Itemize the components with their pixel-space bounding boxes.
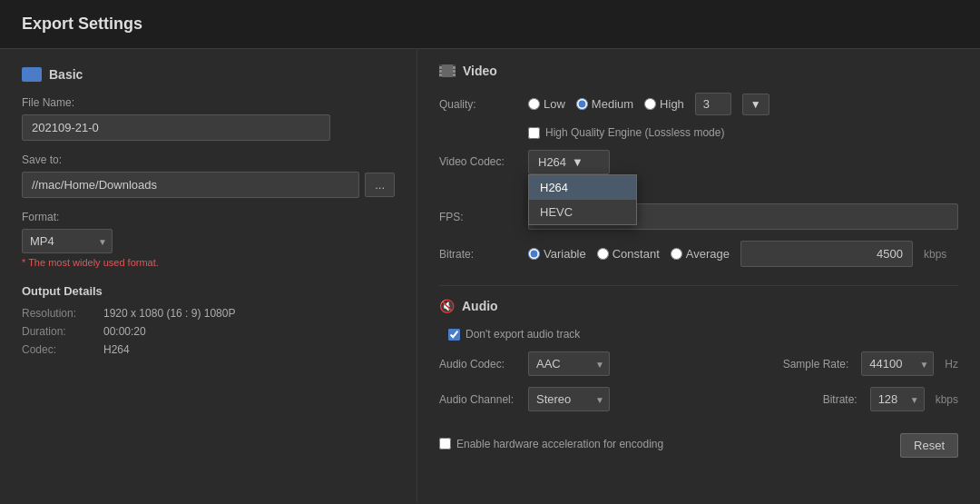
bitrate-variable-radio[interactable] [528, 248, 540, 260]
video-section-label: Video [463, 64, 497, 78]
codec-dropdown-menu: H264 HEVC [528, 174, 637, 225]
audio-bitrate-label: Bitrate: [823, 393, 858, 406]
title-bar: Export Settings [0, 0, 980, 49]
high-quality-row: High Quality Engine (Lossless mode) [528, 126, 958, 139]
codec-option-hevc[interactable]: HEVC [529, 200, 636, 224]
codec-label: Video Codec: [439, 150, 521, 168]
resolution-value: 1920 x 1080 (16 : 9) 1080P [103, 307, 235, 320]
codec-detail-label: Codec: [22, 343, 103, 356]
audio-codec-label: Audio Codec: [439, 358, 521, 371]
dont-export-checkbox[interactable] [448, 329, 460, 341]
bottom-row: Enable hardware acceleration for encodin… [439, 430, 958, 458]
audio-channel-wrapper: Stereo Mono ▼ [528, 387, 610, 411]
basic-icon [22, 67, 42, 82]
left-panel: Basic File Name: Save to: ... Format: MP… [0, 49, 417, 502]
file-name-group: File Name: [22, 96, 395, 141]
bitrate-label: Bitrate: [439, 248, 521, 261]
bitrate-average-option[interactable]: Average [671, 247, 730, 261]
bitrate-value-input[interactable] [740, 241, 913, 267]
bitrate-variable-option[interactable]: Variable [528, 247, 586, 261]
browse-button[interactable]: ... [365, 173, 395, 197]
detail-row-duration: Duration: 00:00:20 [22, 325, 395, 338]
bitrate-unit: kbps [924, 248, 946, 261]
resolution-label: Resolution: [22, 307, 103, 320]
hardware-accel-label: Enable hardware acceleration for encodin… [456, 438, 663, 450]
sample-rate-label: Sample Rate: [783, 358, 849, 371]
sample-rate-select[interactable]: 44100 48000 [861, 351, 934, 376]
codec-detail-value: H264 [103, 343, 130, 356]
quality-medium-option[interactable]: Medium [576, 97, 633, 111]
bitrate-constant-label: Constant [612, 247, 660, 261]
codec-arrow-icon: ▼ [572, 155, 583, 169]
format-note: * The most widely used format. [22, 257, 395, 268]
save-to-label: Save to: [22, 153, 395, 166]
bitrate-radio-group: Variable Constant Average kbps [528, 241, 946, 267]
format-select[interactable]: MP4 MOV AVI [22, 229, 113, 253]
quality-high-option[interactable]: High [644, 97, 684, 111]
audio-icon: 🔇 [439, 299, 455, 313]
output-details-title: Output Details [22, 284, 395, 298]
duration-label: Duration: [22, 325, 103, 338]
output-details: Output Details Resolution: 1920 x 1080 (… [22, 284, 395, 356]
video-section: Video Quality: Low Medium High [439, 64, 958, 267]
audio-channel-row: Audio Channel: Stereo Mono ▼ Bitrate: 12… [439, 387, 958, 411]
quality-medium-radio[interactable] [576, 98, 588, 110]
basic-section-header: Basic [22, 67, 395, 82]
basic-section-label: Basic [49, 67, 83, 82]
sample-rate-wrapper: 44100 48000 ▼ [861, 351, 934, 376]
codec-option-h264[interactable]: H264 [529, 175, 636, 200]
file-name-input[interactable] [22, 114, 330, 141]
bitrate-row: Bitrate: Variable Constant Average [439, 241, 958, 267]
audio-codec-row: Audio Codec: AAC MP3 ▼ Sample Rate: 4410… [439, 351, 958, 376]
codec-row: Video Codec: H264 ▼ H264 HEVC [439, 150, 958, 174]
format-group: Format: MP4 MOV AVI ▼ * The most widely … [22, 211, 395, 268]
audio-bitrate-select[interactable]: 128 192 256 [870, 387, 925, 411]
format-label: Format: [22, 211, 395, 223]
fps-row: FPS: [439, 203, 958, 230]
high-quality-checkbox[interactable] [528, 127, 540, 139]
quality-low-label: Low [544, 97, 565, 111]
detail-row-resolution: Resolution: 1920 x 1080 (16 : 9) 1080P [22, 307, 395, 320]
audio-section: 🔇 Audio Don't export audio track Audio C… [439, 299, 958, 411]
high-quality-label: High Quality Engine (Lossless mode) [545, 126, 724, 139]
quality-label: Quality: [439, 98, 521, 111]
bitrate-average-radio[interactable] [671, 248, 682, 260]
quality-row: Quality: Low Medium High 3 ▼ [439, 93, 958, 115]
hardware-accel-checkbox[interactable] [439, 438, 451, 450]
audio-bitrate-unit: kbps [936, 393, 958, 406]
dont-export-row: Don't export audio track [448, 328, 958, 341]
reset-button[interactable]: Reset [900, 433, 958, 458]
bitrate-constant-radio[interactable] [597, 248, 609, 260]
right-panel: Video Quality: Low Medium High [417, 49, 980, 502]
quality-low-option[interactable]: Low [528, 97, 565, 111]
detail-row-codec: Codec: H264 [22, 343, 395, 356]
duration-value: 00:00:20 [103, 325, 146, 338]
fps-label: FPS: [439, 211, 521, 223]
codec-dropdown-button[interactable]: H264 ▼ [528, 150, 610, 174]
page-title: Export Settings [22, 15, 142, 33]
quality-radio-group: Low Medium High 3 ▼ [528, 93, 769, 115]
path-row: ... [22, 172, 395, 198]
quality-medium-label: Medium [592, 97, 633, 111]
save-to-input[interactable] [22, 172, 359, 198]
format-select-wrapper: MP4 MOV AVI ▼ [22, 229, 113, 253]
audio-section-header: 🔇 Audio [439, 299, 958, 313]
quality-dropdown-button[interactable]: ▼ [742, 94, 769, 115]
hardware-accel-row[interactable]: Enable hardware acceleration for encodin… [439, 438, 663, 450]
bitrate-constant-option[interactable]: Constant [597, 247, 660, 261]
audio-channel-select[interactable]: Stereo Mono [528, 387, 610, 411]
bitrate-average-label: Average [686, 247, 730, 261]
audio-bitrate-wrapper: 128 192 256 ▼ [870, 387, 925, 411]
codec-dropdown-container: H264 ▼ H264 HEVC [528, 150, 610, 174]
audio-codec-select[interactable]: AAC MP3 [528, 351, 610, 376]
audio-codec-wrapper: AAC MP3 ▼ [528, 351, 610, 376]
film-icon [439, 64, 456, 77]
audio-channel-label: Audio Channel: [439, 393, 521, 406]
quality-number: 3 [695, 93, 731, 115]
quality-high-radio[interactable] [644, 98, 656, 110]
quality-low-radio[interactable] [528, 98, 540, 110]
file-name-label: File Name: [22, 96, 395, 109]
dont-export-label: Don't export audio track [466, 328, 580, 341]
video-section-header: Video [439, 64, 958, 78]
quality-high-label: High [660, 97, 684, 111]
